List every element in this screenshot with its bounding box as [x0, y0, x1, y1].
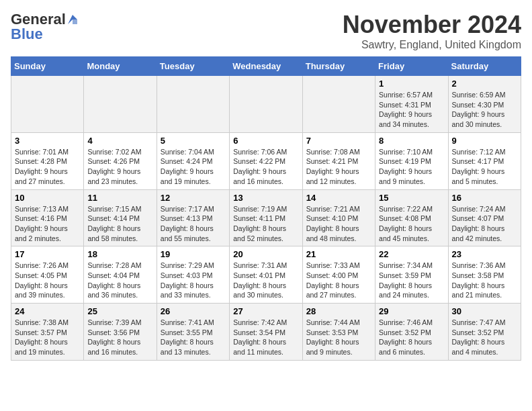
day-number: 7: [306, 136, 371, 146]
calendar-cell: 17Sunrise: 7:26 AM Sunset: 4:05 PM Dayli…: [11, 246, 84, 304]
col-header-friday: Friday: [375, 57, 448, 76]
day-info: Sunrise: 7:10 AM Sunset: 4:19 PM Dayligh…: [379, 147, 444, 187]
day-info: Sunrise: 7:42 AM Sunset: 3:54 PM Dayligh…: [233, 318, 298, 357]
day-number: 25: [87, 306, 152, 316]
day-info: Sunrise: 6:59 AM Sunset: 4:30 PM Dayligh…: [452, 90, 517, 130]
col-header-sunday: Sunday: [11, 57, 84, 76]
title-section: November 2024 Sawtry, England, United Ki…: [343, 11, 521, 51]
calendar-week-3: 10Sunrise: 7:13 AM Sunset: 4:16 PM Dayli…: [11, 189, 521, 246]
day-info: Sunrise: 7:19 AM Sunset: 4:11 PM Dayligh…: [233, 204, 298, 244]
day-info: Sunrise: 7:13 AM Sunset: 4:16 PM Dayligh…: [15, 204, 80, 244]
day-info: Sunrise: 7:28 AM Sunset: 4:04 PM Dayligh…: [87, 261, 152, 300]
day-info: Sunrise: 7:38 AM Sunset: 3:57 PM Dayligh…: [15, 318, 80, 357]
day-info: Sunrise: 7:21 AM Sunset: 4:10 PM Dayligh…: [306, 204, 371, 244]
calendar-header-row: SundayMondayTuesdayWednesdayThursdayFrid…: [11, 57, 521, 76]
day-number: 20: [233, 249, 298, 259]
calendar-cell: [11, 76, 84, 133]
day-info: Sunrise: 7:44 AM Sunset: 3:53 PM Dayligh…: [306, 318, 371, 357]
day-info: Sunrise: 7:31 AM Sunset: 4:01 PM Dayligh…: [233, 261, 298, 300]
calendar-cell: 22Sunrise: 7:34 AM Sunset: 3:59 PM Dayli…: [375, 246, 448, 304]
day-number: 17: [15, 249, 80, 259]
calendar-cell: 15Sunrise: 7:22 AM Sunset: 4:08 PM Dayli…: [375, 189, 448, 246]
day-number: 2: [452, 79, 517, 89]
day-number: 10: [15, 193, 80, 203]
day-info: Sunrise: 7:17 AM Sunset: 4:13 PM Dayligh…: [161, 204, 226, 244]
day-info: Sunrise: 7:04 AM Sunset: 4:24 PM Dayligh…: [161, 147, 226, 187]
calendar-cell: 19Sunrise: 7:29 AM Sunset: 4:03 PM Dayli…: [157, 246, 229, 304]
month-title: November 2024: [343, 11, 521, 39]
calendar-cell: 8Sunrise: 7:10 AM Sunset: 4:19 PM Daylig…: [375, 132, 448, 189]
calendar-cell: 12Sunrise: 7:17 AM Sunset: 4:13 PM Dayli…: [157, 189, 229, 246]
day-number: 3: [15, 136, 80, 146]
col-header-wednesday: Wednesday: [230, 57, 302, 76]
calendar-cell: 20Sunrise: 7:31 AM Sunset: 4:01 PM Dayli…: [230, 246, 302, 304]
calendar-cell: 5Sunrise: 7:04 AM Sunset: 4:24 PM Daylig…: [157, 132, 229, 189]
day-number: 1: [379, 79, 444, 89]
svg-marker-1: [73, 19, 77, 24]
calendar-cell: [230, 76, 302, 133]
calendar-cell: 25Sunrise: 7:39 AM Sunset: 3:56 PM Dayli…: [84, 304, 157, 361]
logo-blue: Blue: [11, 26, 43, 43]
day-info: Sunrise: 7:15 AM Sunset: 4:14 PM Dayligh…: [87, 204, 152, 244]
calendar-cell: 3Sunrise: 7:01 AM Sunset: 4:28 PM Daylig…: [11, 132, 84, 189]
calendar-cell: 10Sunrise: 7:13 AM Sunset: 4:16 PM Dayli…: [11, 189, 84, 246]
calendar-cell: 7Sunrise: 7:08 AM Sunset: 4:21 PM Daylig…: [302, 132, 375, 189]
calendar-cell: 24Sunrise: 7:38 AM Sunset: 3:57 PM Dayli…: [11, 304, 84, 361]
day-number: 26: [161, 306, 226, 316]
day-number: 21: [306, 249, 371, 259]
col-header-monday: Monday: [84, 57, 157, 76]
day-number: 22: [379, 249, 444, 259]
calendar-cell: [157, 76, 229, 133]
day-number: 29: [379, 306, 444, 316]
day-info: Sunrise: 7:36 AM Sunset: 3:58 PM Dayligh…: [452, 261, 517, 300]
day-number: 5: [161, 136, 226, 146]
calendar-cell: 1Sunrise: 6:57 AM Sunset: 4:31 PM Daylig…: [375, 76, 448, 133]
header: General Blue November 2024 Sawtry, Engla…: [11, 11, 521, 51]
calendar-cell: 13Sunrise: 7:19 AM Sunset: 4:11 PM Dayli…: [230, 189, 302, 246]
calendar-cell: 28Sunrise: 7:44 AM Sunset: 3:53 PM Dayli…: [302, 304, 375, 361]
day-number: 28: [306, 306, 371, 316]
calendar-cell: 21Sunrise: 7:33 AM Sunset: 4:00 PM Dayli…: [302, 246, 375, 304]
day-number: 18: [87, 249, 152, 259]
day-number: 27: [233, 306, 298, 316]
day-number: 13: [233, 193, 298, 203]
day-info: Sunrise: 7:08 AM Sunset: 4:21 PM Dayligh…: [306, 147, 371, 187]
calendar-cell: 11Sunrise: 7:15 AM Sunset: 4:14 PM Dayli…: [84, 189, 157, 246]
calendar-cell: 26Sunrise: 7:41 AM Sunset: 3:55 PM Dayli…: [157, 304, 229, 361]
col-header-thursday: Thursday: [302, 57, 375, 76]
day-number: 24: [15, 306, 80, 316]
day-number: 9: [452, 136, 517, 146]
calendar-cell: 27Sunrise: 7:42 AM Sunset: 3:54 PM Dayli…: [230, 304, 302, 361]
calendar-week-4: 17Sunrise: 7:26 AM Sunset: 4:05 PM Dayli…: [11, 246, 521, 304]
calendar-cell: 9Sunrise: 7:12 AM Sunset: 4:17 PM Daylig…: [448, 132, 521, 189]
calendar-week-1: 1Sunrise: 6:57 AM Sunset: 4:31 PM Daylig…: [11, 76, 521, 133]
col-header-tuesday: Tuesday: [157, 57, 229, 76]
day-info: Sunrise: 6:57 AM Sunset: 4:31 PM Dayligh…: [379, 90, 444, 130]
calendar-cell: 29Sunrise: 7:46 AM Sunset: 3:52 PM Dayli…: [375, 304, 448, 361]
calendar-cell: 18Sunrise: 7:28 AM Sunset: 4:04 PM Dayli…: [84, 246, 157, 304]
day-info: Sunrise: 7:26 AM Sunset: 4:05 PM Dayligh…: [15, 261, 80, 300]
day-number: 4: [87, 136, 152, 146]
day-number: 15: [379, 193, 444, 203]
calendar-cell: 16Sunrise: 7:24 AM Sunset: 4:07 PM Dayli…: [448, 189, 521, 246]
calendar-table: SundayMondayTuesdayWednesdayThursdayFrid…: [11, 56, 521, 361]
day-number: 12: [161, 193, 226, 203]
day-number: 8: [379, 136, 444, 146]
calendar-cell: 6Sunrise: 7:06 AM Sunset: 4:22 PM Daylig…: [230, 132, 302, 189]
day-info: Sunrise: 7:24 AM Sunset: 4:07 PM Dayligh…: [452, 204, 517, 244]
day-number: 6: [233, 136, 298, 146]
day-info: Sunrise: 7:22 AM Sunset: 4:08 PM Dayligh…: [379, 204, 444, 244]
day-number: 11: [87, 193, 152, 203]
day-info: Sunrise: 7:02 AM Sunset: 4:26 PM Dayligh…: [87, 147, 152, 187]
day-info: Sunrise: 7:39 AM Sunset: 3:56 PM Dayligh…: [87, 318, 152, 357]
day-info: Sunrise: 7:34 AM Sunset: 3:59 PM Dayligh…: [379, 261, 444, 300]
day-info: Sunrise: 7:12 AM Sunset: 4:17 PM Dayligh…: [452, 147, 517, 187]
calendar-cell: 2Sunrise: 6:59 AM Sunset: 4:30 PM Daylig…: [448, 76, 521, 133]
day-info: Sunrise: 7:47 AM Sunset: 3:52 PM Dayligh…: [452, 318, 517, 357]
day-number: 16: [452, 193, 517, 203]
calendar-week-5: 24Sunrise: 7:38 AM Sunset: 3:57 PM Dayli…: [11, 304, 521, 361]
calendar-cell: [302, 76, 375, 133]
day-info: Sunrise: 7:46 AM Sunset: 3:52 PM Dayligh…: [379, 318, 444, 357]
calendar-cell: [84, 76, 157, 133]
day-number: 23: [452, 249, 517, 259]
